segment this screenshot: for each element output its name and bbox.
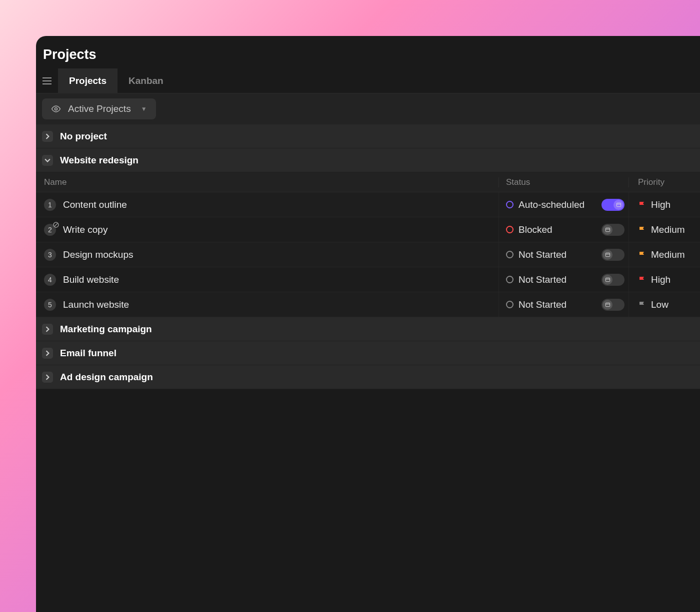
filter-bar: Active Projects ▼	[36, 93, 700, 124]
group-no-project[interactable]: No project	[36, 124, 700, 148]
task-status-cell[interactable]: Not Started	[498, 267, 628, 292]
blocked-badge-icon	[53, 222, 59, 228]
auto-schedule-toggle[interactable]	[602, 224, 624, 236]
task-status-cell[interactable]: Blocked	[498, 217, 628, 242]
toggle-knob	[614, 200, 624, 210]
filter-dropdown[interactable]: Active Projects ▼	[42, 98, 156, 119]
status-text: Not Started	[518, 249, 596, 260]
tab-label: Kanban	[128, 75, 164, 86]
flag-icon	[638, 301, 646, 309]
calendar-icon	[616, 202, 622, 207]
priority-text: High	[651, 274, 670, 285]
svg-rect-1	[616, 203, 620, 206]
task-name-cell: 3 Design mockups	[36, 249, 498, 261]
page-title: Projects	[43, 47, 693, 62]
eye-icon	[51, 104, 61, 114]
status-circle-icon	[506, 276, 514, 283]
chevron-down-icon	[42, 155, 53, 166]
group-title: No project	[60, 131, 107, 142]
task-title: Write copy	[63, 224, 108, 235]
priority-text: Low	[651, 299, 668, 310]
auto-schedule-toggle[interactable]	[602, 199, 624, 211]
toggle-knob	[602, 225, 612, 235]
auto-schedule-toggle[interactable]	[602, 249, 624, 261]
flag-icon	[638, 251, 646, 259]
task-row[interactable]: 3 Design mockups Not Started Medium	[36, 242, 700, 267]
toggle-knob	[602, 250, 612, 260]
task-row[interactable]: 5 Launch website Not Started Low	[36, 292, 700, 317]
task-name-cell: 5 Launch website	[36, 299, 498, 311]
task-priority-cell[interactable]: Medium	[628, 217, 700, 242]
task-title: Design mockups	[63, 249, 133, 260]
column-header-status[interactable]: Status	[498, 177, 628, 187]
group-website-redesign[interactable]: Website redesign	[36, 148, 700, 172]
column-header-priority[interactable]: Priority	[628, 177, 700, 187]
priority-text: Medium	[651, 224, 685, 235]
svg-rect-3	[606, 228, 610, 231]
group-marketing-campaign[interactable]: Marketing campaign	[36, 317, 700, 341]
task-title: Build website	[63, 274, 119, 285]
group-title: Marketing campaign	[60, 324, 152, 335]
calendar-icon	[605, 227, 610, 232]
toggle-knob	[602, 275, 612, 285]
chevron-right-icon	[42, 131, 53, 142]
status-circle-icon	[506, 201, 514, 208]
app-window: Projects Projects Kanban Active Projects…	[36, 36, 700, 612]
task-row[interactable]: 1 Content outline Auto-scheduled High	[36, 192, 700, 217]
task-priority-cell[interactable]: Medium	[628, 242, 700, 267]
filter-label: Active Projects	[68, 103, 131, 114]
task-number: 1	[44, 199, 56, 211]
columns-header: Name Status Priority	[36, 172, 700, 192]
task-name-cell: 1 Content outline	[36, 199, 498, 211]
column-header-name[interactable]: Name	[36, 177, 498, 187]
auto-schedule-toggle[interactable]	[602, 299, 624, 311]
group-email-funnel[interactable]: Email funnel	[36, 341, 700, 365]
hamburger-icon	[42, 77, 52, 84]
svg-point-0	[55, 108, 58, 110]
tab-label: Projects	[69, 75, 106, 86]
chevron-right-icon	[42, 348, 53, 359]
task-number: 4	[44, 274, 56, 286]
group-title: Ad design campaign	[60, 372, 153, 383]
group-ad-design-campaign[interactable]: Ad design campaign	[36, 365, 700, 389]
group-title: Website redesign	[60, 155, 138, 166]
priority-text: Medium	[651, 249, 685, 260]
task-name-cell: 4 Build website	[36, 274, 498, 286]
calendar-icon	[605, 277, 610, 282]
tab-kanban[interactable]: Kanban	[118, 68, 174, 93]
task-priority-cell[interactable]: High	[628, 267, 700, 292]
task-row[interactable]: 2 Write copy Blocked Medium	[36, 217, 700, 242]
toggle-knob	[602, 300, 612, 310]
menu-button[interactable]	[36, 77, 58, 84]
task-name-cell: 2 Write copy	[36, 224, 498, 236]
status-text: Not Started	[518, 299, 596, 310]
flag-icon	[638, 226, 646, 234]
title-bar: Projects	[36, 36, 700, 68]
task-title: Launch website	[63, 299, 129, 310]
chevron-down-icon: ▼	[141, 105, 147, 112]
task-status-cell[interactable]: Not Started	[498, 292, 628, 317]
svg-rect-6	[606, 303, 610, 306]
status-circle-icon	[506, 226, 514, 233]
flag-icon	[638, 201, 646, 209]
chevron-right-icon	[42, 324, 53, 335]
calendar-icon	[605, 252, 610, 257]
priority-text: High	[651, 199, 670, 210]
status-circle-icon	[506, 251, 514, 258]
svg-rect-4	[606, 253, 610, 256]
task-number: 2	[44, 224, 56, 236]
tab-projects[interactable]: Projects	[58, 68, 118, 93]
task-row[interactable]: 4 Build website Not Started High	[36, 267, 700, 292]
group-title: Email funnel	[60, 348, 116, 359]
task-number: 3	[44, 249, 56, 261]
task-priority-cell[interactable]: Low	[628, 292, 700, 317]
calendar-icon	[605, 302, 610, 307]
task-title: Content outline	[63, 199, 127, 210]
task-priority-cell[interactable]: High	[628, 192, 700, 217]
auto-schedule-toggle[interactable]	[602, 274, 624, 286]
task-status-cell[interactable]: Auto-scheduled	[498, 192, 628, 217]
tabs-row: Projects Kanban	[36, 68, 700, 93]
status-text: Blocked	[518, 224, 596, 235]
svg-rect-5	[606, 278, 610, 281]
task-status-cell[interactable]: Not Started	[498, 242, 628, 267]
